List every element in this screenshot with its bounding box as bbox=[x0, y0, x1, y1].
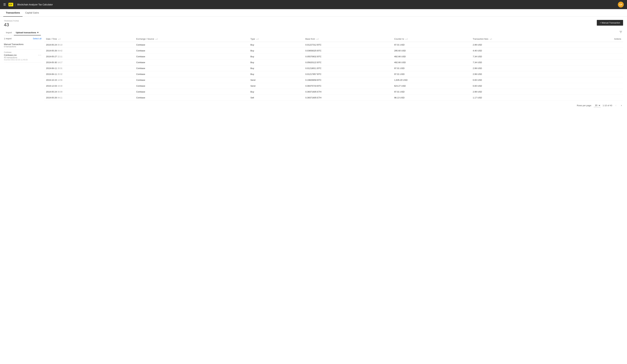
cell-counter-to: 492.66 USD bbox=[392, 60, 471, 65]
rows-per-page-label: Rows per page: bbox=[577, 104, 592, 107]
sidebar-tab-upload[interactable]: Upload transactions ▼ bbox=[14, 30, 41, 35]
filter-icon bbox=[619, 31, 623, 33]
cell-type: Buy bbox=[249, 48, 303, 54]
cell-actions bbox=[575, 42, 623, 48]
cell-date: 2019-05-30 14:17 bbox=[44, 60, 134, 65]
content-area: Import Upload transactions ▼ 1 import Se… bbox=[0, 30, 627, 111]
pagination-next-button[interactable]: › bbox=[620, 103, 623, 107]
table-row: 2019-05-24 00:10 Coinbase Buy 0.01227312… bbox=[44, 42, 623, 48]
cell-actions bbox=[575, 89, 623, 95]
col-fees[interactable]: Transaction fees ▲▼ bbox=[471, 36, 575, 42]
cell-exchange: Coinbase bbox=[134, 89, 249, 95]
manual-transaction-button[interactable]: + Manual Transaction bbox=[597, 20, 623, 26]
logo-box: EY bbox=[8, 3, 13, 6]
table-row: 2019-05-30 14:17 Coinbase Buy 0.05620122… bbox=[44, 60, 623, 65]
cell-date: 2019-06-11 20:32 bbox=[44, 71, 134, 77]
transactions-count: 43 bbox=[4, 22, 19, 27]
menu-icon[interactable]: ☰ bbox=[3, 3, 6, 6]
rows-per-page-select[interactable]: 10 5 25 50 bbox=[594, 104, 601, 107]
cell-counter-to: 97.01 USD bbox=[392, 71, 471, 77]
cell-fees: 2.99 USD bbox=[471, 71, 575, 77]
sidebar-tabs: Import Upload transactions ▼ bbox=[4, 30, 42, 35]
table-row: 2019-06-11 20:31 Coinbase Buy 0.01218011… bbox=[44, 65, 623, 71]
cell-date: 2019-05-26 04:11 bbox=[44, 95, 134, 101]
cell-exchange: Coinbase bbox=[134, 65, 249, 71]
coinbase-source: Coinbase bbox=[4, 51, 42, 53]
tab-transactions[interactable]: Transactions bbox=[3, 9, 23, 17]
col-type[interactable]: Type ▲▼ bbox=[249, 36, 303, 42]
cell-base-from: 0.08475733 BTC bbox=[303, 83, 392, 89]
sidebar: Import Upload transactions ▼ 1 import Se… bbox=[4, 30, 42, 107]
cell-actions bbox=[575, 60, 623, 65]
coinbase-row: Coinbase.csv ··· bbox=[4, 53, 42, 56]
table-toolbar bbox=[44, 30, 623, 35]
tabs-bar: Transactions Capital Gains bbox=[0, 9, 627, 17]
cell-counter-to: 623.27 USD bbox=[392, 83, 471, 89]
cell-actions bbox=[575, 95, 623, 101]
cell-counter-to: 295.60 USD bbox=[392, 48, 471, 54]
table-row: 2019-12-03 19:30 Coinbase Send 0.0847573… bbox=[44, 83, 623, 89]
col-date[interactable]: Date / Time ▲▼ bbox=[44, 36, 134, 42]
coinbase-import-item[interactable]: Coinbase Coinbase.csv ··· 43 transaction… bbox=[4, 49, 42, 62]
table-header: Date / Time ▲▼ Exchange / Source ▲▼ Type… bbox=[44, 36, 623, 42]
col-base-from[interactable]: Base from ▲▼ bbox=[303, 36, 392, 42]
cell-fees: 0.00 USD bbox=[471, 77, 575, 83]
cell-base-from: 0.01227312 BTC bbox=[303, 42, 392, 48]
cell-actions bbox=[575, 77, 623, 83]
col-counter-to[interactable]: Counter to ▲▼ bbox=[392, 36, 471, 42]
manual-transactions-item[interactable]: Manual Transactions 0 transactions bbox=[4, 42, 42, 49]
sidebar-import-header: 1 import Select all bbox=[4, 37, 42, 40]
cell-type: Send bbox=[249, 77, 303, 83]
table-body: 2019-05-24 00:10 Coinbase Buy 0.01227312… bbox=[44, 42, 623, 101]
cell-date: 2019-05-24 00:10 bbox=[44, 42, 134, 48]
sort-arrows-base: ▲▼ bbox=[316, 38, 319, 40]
cell-counter-to: 1,635.20 USD bbox=[392, 77, 471, 83]
col-exchange[interactable]: Exchange / Source ▲▼ bbox=[134, 36, 249, 42]
table-row: 2019-06-11 20:32 Coinbase Buy 0.01217857… bbox=[44, 71, 623, 77]
app-logo: EY | Blockchain Analyzer Tax Calculator bbox=[8, 3, 53, 6]
manual-transactions-title: Manual Transactions bbox=[4, 43, 42, 46]
table-row: 2019-05-24 00:09 Coinbase Buy 0.39371605… bbox=[44, 89, 623, 95]
table-row: 2019-05-26 04:42 Coinbase Buy 0.03658325… bbox=[44, 48, 623, 54]
cell-exchange: Coinbase bbox=[134, 95, 249, 101]
cell-exchange: Coinbase bbox=[134, 48, 249, 54]
coinbase-more-button[interactable]: ··· bbox=[38, 53, 42, 56]
cell-exchange: Coinbase bbox=[134, 71, 249, 77]
cell-counter-to: 97.01 USD bbox=[392, 89, 471, 95]
cell-fees: 7.34 USD bbox=[471, 60, 575, 65]
col-actions: Actions bbox=[575, 36, 623, 42]
cell-base-from: 0.05620122 BTC bbox=[303, 60, 392, 65]
cell-type: Buy bbox=[249, 71, 303, 77]
table-row: 2019-10-15 14:56 Coinbase Send 0.1982665… bbox=[44, 77, 623, 83]
cell-date: 2019-05-26 04:42 bbox=[44, 48, 134, 54]
page-header: TRANSACTIONS 43 + Manual Transaction bbox=[0, 17, 627, 30]
filter-icon-button[interactable] bbox=[619, 30, 623, 35]
cell-fees: 1.17 USD bbox=[471, 95, 575, 101]
cell-date: 2019-06-11 20:31 bbox=[44, 65, 134, 71]
pagination-range: 1-10 of 43 bbox=[603, 104, 612, 107]
table-area: Date / Time ▲▼ Exchange / Source ▲▼ Type… bbox=[44, 30, 623, 107]
transactions-table: Date / Time ▲▼ Exchange / Source ▲▼ Type… bbox=[44, 36, 623, 101]
app-header: ☰ EY | Blockchain Analyzer Tax Calculato… bbox=[0, 0, 627, 9]
cell-type: Buy bbox=[249, 89, 303, 95]
transactions-label: TRANSACTIONS bbox=[4, 20, 19, 22]
app-title: Blockchain Analyzer Tax Calculator bbox=[17, 3, 53, 6]
main-container: Transactions Capital Gains TRANSACTIONS … bbox=[0, 9, 627, 364]
avatar[interactable]: CF bbox=[618, 2, 624, 7]
tab-capital-gains[interactable]: Capital Gains bbox=[23, 9, 42, 17]
cell-date: 2019-05-24 00:09 bbox=[44, 89, 134, 95]
pagination: Rows per page: 10 5 25 50 1-10 of 43 ‹ › bbox=[44, 101, 623, 107]
cell-actions bbox=[575, 71, 623, 77]
cell-exchange: Coinbase bbox=[134, 60, 249, 65]
pagination-prev-button[interactable]: ‹ bbox=[614, 103, 618, 107]
cell-actions bbox=[575, 48, 623, 54]
sidebar-tab-import[interactable]: Import bbox=[4, 30, 14, 35]
cell-exchange: Coinbase bbox=[134, 77, 249, 83]
coinbase-inserted: Inserted 2021-02-03 11:45:03 bbox=[4, 59, 42, 61]
coinbase-filename: Coinbase.csv bbox=[4, 54, 17, 56]
cell-exchange: Coinbase bbox=[134, 42, 249, 48]
select-all-link[interactable]: Select all bbox=[33, 37, 42, 40]
cell-type: Buy bbox=[249, 54, 303, 60]
cell-fees: 0.00 USD bbox=[471, 83, 575, 89]
coinbase-transactions: 43 transactions bbox=[4, 56, 42, 59]
